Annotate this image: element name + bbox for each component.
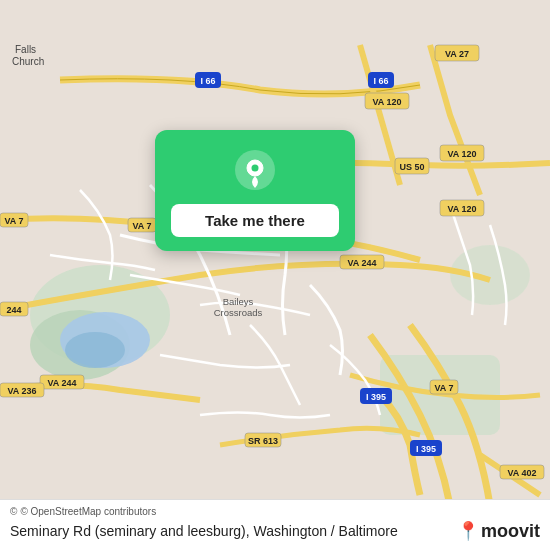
svg-text:I 395: I 395 <box>366 392 386 402</box>
svg-text:VA 236: VA 236 <box>7 386 36 396</box>
svg-text:Baileys: Baileys <box>223 296 254 307</box>
svg-text:244: 244 <box>6 305 21 315</box>
take-me-there-button[interactable]: Take me there <box>171 204 339 237</box>
svg-text:VA 7: VA 7 <box>434 383 453 393</box>
moovit-logo: 📍 moovit <box>457 520 540 542</box>
svg-text:Church: Church <box>12 56 44 67</box>
svg-text:VA 7: VA 7 <box>132 221 151 231</box>
svg-point-6 <box>65 332 125 368</box>
location-pin-icon <box>233 148 277 192</box>
copyright-icon: © <box>10 506 17 517</box>
location-title: Seminary Rd (seminary and leesburg), Was… <box>10 523 398 539</box>
svg-text:VA 402: VA 402 <box>507 468 536 478</box>
svg-point-49 <box>252 165 259 172</box>
svg-text:VA 120: VA 120 <box>372 97 401 107</box>
map-background: I 66 I 66 VA 120 VA 27 VA 120 VA 120 US … <box>0 0 550 550</box>
svg-text:US 50: US 50 <box>399 162 424 172</box>
bottom-info-bar: © © OpenStreetMap contributors Seminary … <box>0 499 550 550</box>
attribution-text: © OpenStreetMap contributors <box>20 506 156 517</box>
svg-text:I 66: I 66 <box>373 76 388 86</box>
svg-text:Falls: Falls <box>15 44 36 55</box>
svg-text:VA 27: VA 27 <box>445 49 469 59</box>
svg-text:Crossroads: Crossroads <box>214 307 263 318</box>
svg-text:VA 120: VA 120 <box>447 149 476 159</box>
svg-text:VA 120: VA 120 <box>447 204 476 214</box>
moovit-text: moovit <box>481 521 540 542</box>
svg-text:I 66: I 66 <box>200 76 215 86</box>
svg-text:I 395: I 395 <box>416 444 436 454</box>
location-card: Take me there <box>155 130 355 251</box>
svg-text:SR 613: SR 613 <box>248 436 278 446</box>
moovit-pin-icon: 📍 <box>457 520 479 542</box>
svg-text:VA 7: VA 7 <box>4 216 23 226</box>
svg-text:VA 244: VA 244 <box>47 378 76 388</box>
svg-text:VA 244: VA 244 <box>347 258 376 268</box>
map-attribution: © © OpenStreetMap contributors <box>10 506 540 517</box>
map-container: I 66 I 66 VA 120 VA 27 VA 120 VA 120 US … <box>0 0 550 550</box>
